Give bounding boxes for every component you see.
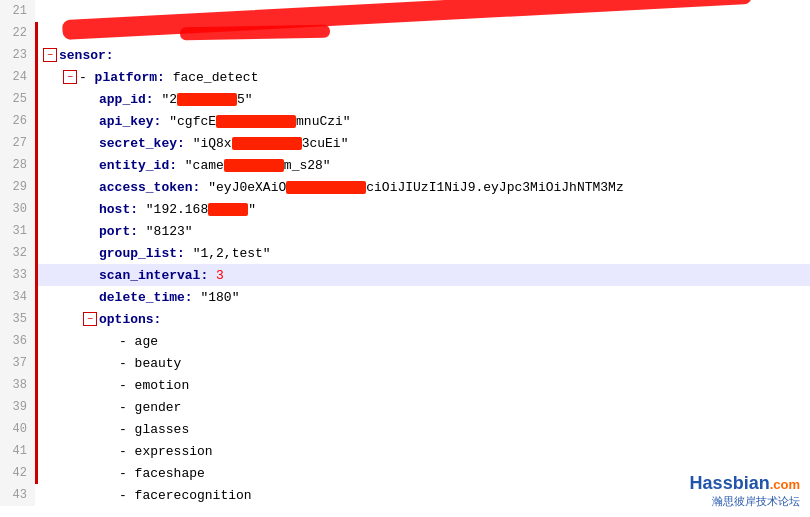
- code-line: 40- glasses: [0, 418, 810, 440]
- code-line: 43- facerecognition: [0, 484, 810, 506]
- line-number: 30: [0, 198, 35, 220]
- code-editor: 212223−sensor:24−- platform: face_detect…: [0, 0, 810, 517]
- line-content: - glasses: [35, 418, 189, 440]
- code-line: 22: [0, 22, 810, 44]
- line-content: - age: [35, 330, 158, 352]
- code-line: 39- gender: [0, 396, 810, 418]
- line-content: access_token: "eyJ0eXAiOciOiJIUzI1NiJ9.e…: [35, 176, 624, 198]
- line-number: 33: [0, 264, 35, 286]
- line-number: 39: [0, 396, 35, 418]
- line-content: −options:: [35, 308, 161, 330]
- code-token: - age: [119, 334, 158, 349]
- code-line: 24−- platform: face_detect: [0, 66, 810, 88]
- code-token: entity_id:: [99, 158, 177, 173]
- code-token: "came: [177, 158, 224, 173]
- line-number: 41: [0, 440, 35, 462]
- watermark-logo-text: Hassbian: [690, 473, 770, 493]
- redacted-content: [232, 137, 302, 150]
- code-token: - glasses: [119, 422, 189, 437]
- code-token: 3: [216, 268, 224, 283]
- fold-icon[interactable]: −: [63, 70, 77, 84]
- line-number: 24: [0, 66, 35, 88]
- line-content: secret_key: "iQ8x3cuEi": [35, 132, 348, 154]
- line-content: api_key: "cgfcEmnuCzi": [35, 110, 351, 132]
- line-number: 40: [0, 418, 35, 440]
- code-token: port:: [99, 224, 138, 239]
- code-line: 25app_id: "25": [0, 88, 810, 110]
- line-content: scan_interval: 3: [35, 264, 224, 286]
- line-number: 43: [0, 484, 35, 506]
- code-token: ": [248, 202, 256, 217]
- code-token: "192.168: [138, 202, 208, 217]
- line-content: −sensor:: [35, 44, 114, 66]
- code-line: 34delete_time: "180": [0, 286, 810, 308]
- code-token: ciOiJIUzI1NiJ9.eyJpc3MiOiJhNTM3Mz: [366, 180, 623, 195]
- line-content: group_list: "1,2,test": [35, 242, 271, 264]
- code-line: 31port: "8123": [0, 220, 810, 242]
- code-token: - gender: [119, 400, 181, 415]
- code-line: 32group_list: "1,2,test": [0, 242, 810, 264]
- redacted-content: [224, 159, 284, 172]
- code-token: options:: [99, 312, 161, 327]
- code-token: delete_time:: [99, 290, 193, 305]
- line-content: −- platform: face_detect: [35, 66, 258, 88]
- line-number: 26: [0, 110, 35, 132]
- code-line: 26api_key: "cgfcEmnuCzi": [0, 110, 810, 132]
- line-number: 34: [0, 286, 35, 308]
- code-token: - emotion: [119, 378, 189, 393]
- fold-icon[interactable]: −: [83, 312, 97, 326]
- line-number: 23: [0, 44, 35, 66]
- code-line: 21: [0, 0, 810, 22]
- line-number: 22: [0, 22, 35, 44]
- line-content: port: "8123": [35, 220, 193, 242]
- line-content: - faceshape: [35, 462, 205, 484]
- code-token: "8123": [138, 224, 193, 239]
- code-token: "eyJ0eXAiO: [200, 180, 286, 195]
- code-token: access_token:: [99, 180, 200, 195]
- line-number: 35: [0, 308, 35, 330]
- code-token: "cgfcE: [161, 114, 216, 129]
- line-content: - expression: [35, 440, 213, 462]
- redacted-content: [208, 203, 248, 216]
- line-content: - beauty: [35, 352, 181, 374]
- code-token: mnuCzi": [296, 114, 351, 129]
- code-token: "1,2,test": [185, 246, 271, 261]
- line-number: 29: [0, 176, 35, 198]
- watermark-com: .com: [770, 477, 800, 492]
- line-number: 32: [0, 242, 35, 264]
- code-line: 23−sensor:: [0, 44, 810, 66]
- code-token: sensor:: [59, 48, 114, 63]
- line-number: 28: [0, 154, 35, 176]
- code-token: app_id:: [99, 92, 154, 107]
- line-content: app_id: "25": [35, 88, 253, 110]
- line-content: [35, 22, 59, 44]
- line-number: 42: [0, 462, 35, 484]
- code-token: host:: [99, 202, 138, 217]
- code-token: - beauty: [119, 356, 181, 371]
- line-number: 21: [0, 0, 35, 22]
- code-line: 35−options:: [0, 308, 810, 330]
- watermark-logo: Hassbian.com: [690, 473, 800, 494]
- code-line: 33scan_interval: 3: [0, 264, 810, 286]
- code-token: 5": [237, 92, 253, 107]
- code-token: secret_key:: [99, 136, 185, 151]
- code-token: "2: [154, 92, 177, 107]
- line-content: - emotion: [35, 374, 189, 396]
- code-token: api_key:: [99, 114, 161, 129]
- line-content: - gender: [35, 396, 181, 418]
- code-line: 37- beauty: [0, 352, 810, 374]
- code-lines: 212223−sensor:24−- platform: face_detect…: [0, 0, 810, 506]
- line-number: 25: [0, 88, 35, 110]
- code-line: 30host: "192.168": [0, 198, 810, 220]
- code-token: face_detect: [165, 70, 259, 85]
- code-token: - expression: [119, 444, 213, 459]
- code-token: m_s28": [284, 158, 331, 173]
- line-content: delete_time: "180": [35, 286, 239, 308]
- line-content: [35, 0, 59, 22]
- line-content: entity_id: "camem_s28": [35, 154, 331, 176]
- fold-icon[interactable]: −: [43, 48, 57, 62]
- redacted-content: [286, 181, 366, 194]
- code-token: "180": [193, 290, 240, 305]
- code-token: -: [79, 70, 95, 85]
- code-token: group_list:: [99, 246, 185, 261]
